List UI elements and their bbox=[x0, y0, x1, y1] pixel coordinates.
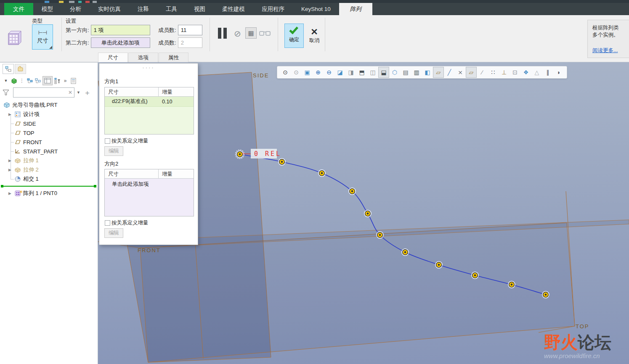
tree-filter-icon[interactable] bbox=[54, 76, 61, 85]
verify-button[interactable]: ▦ bbox=[245, 27, 257, 39]
display-style-icon[interactable]: ▥ bbox=[411, 67, 422, 78]
dir1-label: 第一方向: bbox=[66, 26, 89, 34]
dir2-collector[interactable]: 单击此处添加项 bbox=[91, 37, 150, 48]
repaint-icon[interactable]: ◪ bbox=[334, 67, 345, 78]
point-display-icon[interactable]: ∷ bbox=[488, 67, 499, 78]
enhanced-realism-icon[interactable]: ⬒ bbox=[356, 67, 367, 78]
part-icon bbox=[3, 102, 10, 108]
tree-collapse-caret[interactable]: ▼ bbox=[3, 76, 9, 85]
members1-input[interactable]: 11 bbox=[178, 25, 202, 35]
search-add-icon[interactable]: ＋ bbox=[84, 88, 91, 98]
section-icon[interactable]: ╱ bbox=[444, 67, 455, 78]
no-preview-icon[interactable]: ⊘ bbox=[234, 29, 241, 39]
panel-tab-尺寸[interactable]: 尺寸 bbox=[98, 53, 128, 62]
panel-tab-选项[interactable]: 选项 bbox=[128, 53, 158, 62]
menu-tab-模型[interactable]: 模型 bbox=[33, 3, 61, 15]
view-list-icon[interactable]: ▤ bbox=[400, 67, 411, 78]
datum-display-eye-icon[interactable]: ⊙ bbox=[280, 67, 291, 78]
direction2-title: 方向2 bbox=[104, 160, 118, 168]
datum-plane-icon bbox=[14, 120, 21, 127]
point-center bbox=[474, 274, 476, 277]
axis-display-icon[interactable]: ∕ bbox=[477, 67, 488, 78]
menu-tab-分析[interactable]: 分析 bbox=[61, 3, 90, 15]
menu-tab-阵列[interactable]: 阵列 bbox=[339, 3, 372, 15]
saved-orientations-icon[interactable]: ◫ bbox=[367, 67, 378, 78]
view-normal-icon[interactable]: ⬓ bbox=[378, 67, 389, 78]
tree-item-TOP[interactable]: TOP bbox=[0, 128, 98, 137]
axis-points-icon[interactable]: ⨯ bbox=[455, 67, 466, 78]
add-item-placeholder[interactable]: 单击此处添加项 bbox=[105, 179, 149, 188]
zoom-out-icon[interactable]: ⊖ bbox=[324, 67, 334, 78]
standard-view-icon[interactable]: ⬡ bbox=[389, 67, 400, 78]
direction1-table[interactable]: 尺寸 增量 d22:F9(基准点)0.10 bbox=[104, 87, 194, 135]
tree-item-FRONT[interactable]: FRONT bbox=[0, 137, 98, 147]
menu-tab-注释[interactable]: 注释 bbox=[129, 3, 157, 15]
exit-icon[interactable]: ◗ bbox=[553, 67, 564, 78]
collapse-tree-icon[interactable] bbox=[35, 76, 41, 85]
pause-icon[interactable]: ∥ bbox=[542, 67, 553, 78]
pause-button[interactable] bbox=[218, 28, 229, 39]
members2-input[interactable]: 2 bbox=[178, 37, 202, 48]
direction2-table[interactable]: 尺寸 增量 单击此处添加项 bbox=[104, 169, 194, 216]
panel-drag-handle[interactable]: ···· bbox=[142, 64, 154, 71]
dimension-type-button[interactable]: ⊢⊣ 尺寸 bbox=[32, 24, 53, 50]
view-manager-icon[interactable]: ◧ bbox=[422, 67, 433, 78]
tree-item-设计项[interactable]: ▶设计项 bbox=[0, 110, 98, 119]
spin-center-icon[interactable]: ❖ bbox=[520, 67, 531, 78]
geometry-check-icon[interactable]: △ bbox=[531, 67, 542, 78]
rel-value-label[interactable]: 0 REL bbox=[254, 150, 281, 158]
tree-columns-icon[interactable] bbox=[42, 76, 53, 85]
menu-tab-应用程序[interactable]: 应用程序 bbox=[253, 3, 293, 15]
pattern-ribbon: 类型 ⊢⊣ 尺寸 设置 第一方向: 1 项 第二方向: 单击此处添加项 成员数:… bbox=[0, 15, 629, 62]
tree-item-拉伸 2[interactable]: ▶拉伸 2 bbox=[0, 165, 98, 174]
expand-tree-icon[interactable] bbox=[27, 76, 33, 85]
tree-item-SIDE[interactable]: SIDE bbox=[0, 119, 98, 128]
dir1-collector[interactable]: 1 项 bbox=[91, 25, 150, 35]
folder-browser-tab[interactable] bbox=[15, 64, 26, 74]
tree-more-chevron[interactable]: » bbox=[62, 76, 69, 85]
expand-arrow-icon[interactable]: ▶ bbox=[8, 112, 11, 116]
tree-search-input[interactable]: ✕ bbox=[13, 87, 74, 98]
expand-arrow-icon[interactable]: ▶ bbox=[8, 191, 11, 195]
menu-tab-视图[interactable]: 视图 bbox=[186, 3, 214, 15]
tree-item-光导引导曲线.PRT[interactable]: 光导引导曲线.PRT bbox=[0, 100, 98, 110]
expand-arrow-icon[interactable]: ▶ bbox=[8, 158, 11, 163]
menu-tab-KeyShot 10[interactable]: KeyShot 10 bbox=[293, 3, 339, 15]
zoom-in-icon[interactable]: ⊕ bbox=[313, 67, 324, 78]
zoom-window-icon[interactable]: ▣ bbox=[302, 67, 313, 78]
edit-button-2[interactable]: 编辑 bbox=[104, 228, 123, 238]
search-dropdown-caret[interactable]: ▼ bbox=[77, 90, 80, 95]
relation-increment-checkbox-1[interactable]: 按关系定义增量 bbox=[105, 137, 149, 145]
menu-tab-工具[interactable]: 工具 bbox=[157, 3, 186, 15]
more-dots-icon[interactable]: ⋮ bbox=[19, 76, 25, 85]
tree-settings-icon[interactable] bbox=[70, 76, 77, 85]
menu-tab-柔性建模[interactable]: 柔性建模 bbox=[214, 3, 253, 15]
tree-item-拉伸 1[interactable]: ▶拉伸 1 bbox=[0, 156, 98, 165]
datum-plane-icon bbox=[14, 139, 21, 145]
relation-increment-checkbox-2[interactable]: 按关系定义增量 bbox=[105, 219, 149, 227]
clear-search-icon[interactable]: ✕ bbox=[68, 90, 72, 95]
preview-glasses-icon[interactable] bbox=[259, 30, 272, 36]
read-more-link[interactable]: 阅读更多... bbox=[592, 47, 618, 54]
model-tree: 光导引导曲线.PRT▶设计项SIDETOPFRONTSTART_PART▶拉伸 … bbox=[0, 100, 98, 198]
tree-item-相交 1[interactable]: 相交 1 bbox=[0, 174, 98, 184]
edit-button-1[interactable]: 编辑 bbox=[104, 146, 123, 156]
plane-display-icon[interactable]: ▱ bbox=[433, 67, 444, 78]
spin-eye-icon[interactable]: ⊙ bbox=[291, 67, 302, 78]
plane-tag-display-icon[interactable]: ▱ bbox=[466, 67, 477, 78]
panel-tab-属性[interactable]: 属性 bbox=[159, 53, 188, 62]
insert-here-marker[interactable] bbox=[0, 184, 98, 189]
annotation-display-icon[interactable]: ⊡ bbox=[510, 67, 520, 78]
expand-arrow-icon[interactable]: ▶ bbox=[8, 168, 11, 172]
confirm-button[interactable]: 确定 bbox=[284, 24, 304, 48]
menu-tab-实时仿真[interactable]: 实时仿真 bbox=[90, 3, 129, 15]
tree-item-阵列 1 / PNT0[interactable]: ▶✳阵列 1 / PNT0 bbox=[0, 189, 98, 198]
active-model-icon[interactable] bbox=[11, 76, 17, 85]
tree-item-START_PART[interactable]: START_PART bbox=[0, 147, 98, 156]
menu-tab-文件[interactable]: 文件 bbox=[4, 3, 33, 15]
model-tree-tab[interactable] bbox=[3, 64, 14, 74]
dimension-row[interactable]: d22:F9(基准点)0.10 bbox=[105, 97, 194, 107]
csys-display-icon[interactable]: ⊥ bbox=[499, 67, 510, 78]
cancel-button[interactable]: ✕ 取消 bbox=[305, 24, 323, 48]
shade-icon[interactable]: ◨ bbox=[345, 67, 356, 78]
